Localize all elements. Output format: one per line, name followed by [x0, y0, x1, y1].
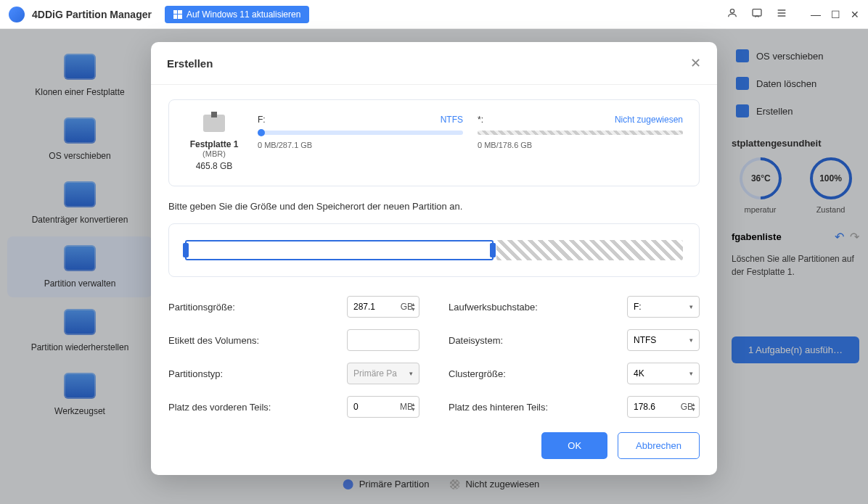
label-volume-label: Etikett des Volumens: [168, 335, 338, 346]
input-partition-size[interactable]: 287.1GB▲▼ [347, 296, 419, 318]
partition-fs: NTFS [441, 115, 463, 125]
minimize-button[interactable]: — [811, 9, 821, 20]
partition-letter: F: [258, 115, 266, 125]
instruction-text: Bitte geben Sie die Größe und den Speich… [168, 201, 700, 212]
spinner-arrows-icon[interactable]: ▲▼ [411, 402, 416, 412]
windows-icon [173, 10, 182, 19]
partition-bar [478, 131, 683, 135]
title-bar: 4DDiG Partition Manager Auf Windows 11 a… [0, 0, 868, 29]
disk-name: Festplatte 1 [190, 139, 239, 149]
feedback-icon[interactable] [751, 7, 763, 22]
modal-overlay: Erstellen ✕ Festplatte 1 (MBR) 465.8 GB … [0, 29, 868, 504]
label-filesystem: Dateisystem: [449, 335, 618, 346]
partition-letter: *: [478, 115, 483, 125]
partition-unallocated[interactable]: *:Nicht zugewiesen 0 MB/178.6 GB [478, 115, 683, 171]
disk-type: (MBR) [202, 149, 226, 158]
close-button[interactable]: ✕ [851, 9, 859, 20]
update-windows-button[interactable]: Auf Windows 11 aktualisieren [165, 6, 309, 23]
label-cluster-size: Clustergröße: [449, 368, 618, 379]
partition-fs: Nicht zugewiesen [615, 115, 683, 125]
label-partition-size: Partitionsgröße: [168, 302, 338, 313]
partition-size-editor[interactable] [168, 223, 700, 277]
maximize-button[interactable]: ☐ [831, 9, 840, 20]
svg-rect-1 [753, 9, 761, 15]
partition-bar [258, 131, 463, 135]
size-handle[interactable] [185, 240, 494, 260]
user-icon[interactable] [726, 7, 738, 22]
partition-usage: 0 MB/287.1 GB [258, 141, 463, 149]
input-space-after[interactable]: 178.6GB▲▼ [627, 396, 700, 418]
modal-title: Erstellen [167, 57, 213, 70]
label-drive-letter: Laufwerksbuchstabe: [449, 302, 618, 313]
disk-size: 465.8 GB [196, 161, 233, 171]
spinner-arrows-icon[interactable]: ▲▼ [691, 402, 696, 412]
label-partition-type: Partitionstyp: [168, 368, 338, 379]
menu-icon[interactable] [776, 7, 787, 22]
create-partition-modal: Erstellen ✕ Festplatte 1 (MBR) 465.8 GB … [151, 42, 717, 475]
svg-point-0 [730, 9, 734, 12]
disk-summary: Festplatte 1 (MBR) 465.8 GB F:NTFS 0 MB/… [168, 99, 700, 186]
select-partition-type: Primäre Pa [347, 363, 419, 384]
modal-close-button[interactable]: ✕ [690, 55, 701, 71]
partition-usage: 0 MB/178.6 GB [478, 141, 683, 149]
input-volume-label[interactable] [347, 329, 419, 351]
label-space-before: Platz des vorderen Teils: [168, 402, 338, 413]
input-space-before[interactable]: 0MB▲▼ [347, 396, 419, 418]
label-space-after: Platz des hinteren Teils: [449, 402, 618, 413]
size-free-region [496, 240, 683, 260]
app-title: 4DDiG Partition Manager [32, 9, 152, 20]
app-logo-icon [9, 7, 25, 22]
select-cluster-size[interactable]: 4K [627, 363, 700, 384]
cancel-button[interactable]: Abbrechen [618, 432, 700, 459]
update-label: Auf Windows 11 aktualisieren [187, 9, 300, 20]
select-filesystem[interactable]: NTFS [627, 329, 700, 351]
spinner-arrows-icon[interactable]: ▲▼ [411, 302, 416, 312]
disk-icon [203, 115, 225, 132]
select-drive-letter[interactable]: F: [627, 296, 700, 318]
partition-f[interactable]: F:NTFS 0 MB/287.1 GB [258, 115, 463, 171]
ok-button[interactable]: OK [541, 432, 607, 459]
